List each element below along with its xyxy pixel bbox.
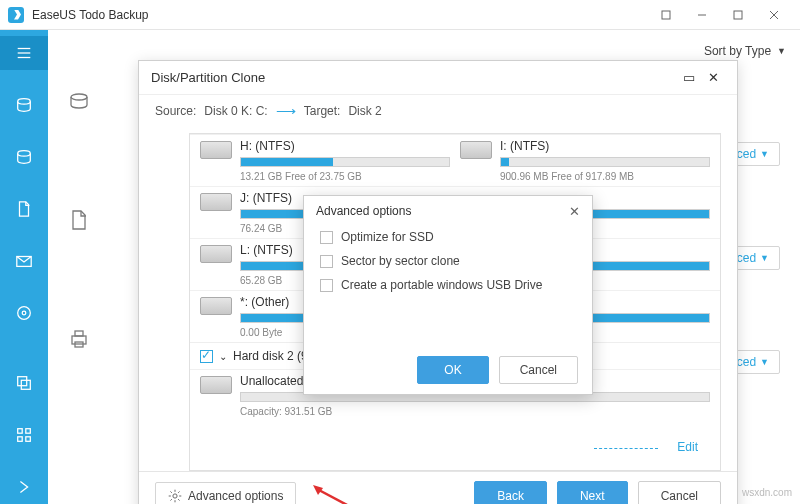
window-maximize-button[interactable]	[720, 1, 756, 29]
nav-sidebar	[0, 30, 48, 504]
dialog-footer: Advanced options Back Next Cancel	[139, 471, 737, 504]
disk-icon	[200, 141, 232, 159]
svg-rect-15	[18, 429, 23, 434]
svg-rect-16	[26, 429, 31, 434]
window-titlebar: EaseUS Todo Backup	[0, 0, 800, 30]
svg-rect-18	[26, 437, 31, 442]
nav-menu-button[interactable]	[0, 36, 48, 70]
dialog-maximize-button[interactable]: ▭	[677, 70, 701, 85]
cancel-button[interactable]: Cancel	[638, 481, 721, 505]
partition-h-meta: 13.21 GB Free of 23.75 GB	[240, 171, 450, 182]
svg-rect-13	[18, 377, 27, 386]
partition-h-bar	[240, 157, 450, 167]
svg-point-8	[18, 99, 31, 104]
svg-point-9	[18, 151, 31, 156]
partition-i-meta: 900.96 MB Free of 917.89 MB	[500, 171, 710, 182]
arrow-right-icon: ⟶	[276, 103, 296, 119]
hd2-checkbox[interactable]	[200, 350, 213, 363]
chevron-down-icon: ⌄	[219, 351, 227, 362]
partition-unalloc-meta: Capacity: 931.51 GB	[240, 406, 710, 417]
category-icons	[68, 90, 92, 352]
svg-rect-14	[21, 380, 30, 389]
svg-rect-17	[18, 437, 23, 442]
dialog-close-button[interactable]: ✕	[701, 70, 725, 85]
checkbox[interactable]	[320, 231, 333, 244]
nav-disk-icon[interactable]	[0, 88, 48, 122]
checkbox[interactable]	[320, 279, 333, 292]
sort-label: Sort by Type	[704, 44, 771, 58]
checkbox[interactable]	[320, 255, 333, 268]
partition-h-name: H: (NTFS)	[240, 139, 450, 153]
dialog-titlebar: Disk/Partition Clone ▭ ✕	[139, 61, 737, 95]
modal-close-button[interactable]: ✕	[569, 204, 580, 219]
modal-title: Advanced options	[316, 204, 411, 218]
category-printer-icon	[68, 328, 92, 352]
source-value: Disk 0 K: C:	[204, 104, 267, 118]
gear-icon	[168, 489, 182, 503]
disk-icon	[200, 193, 232, 211]
option-portable-usb[interactable]: Create a portable windows USB Drive	[320, 278, 576, 292]
modal-ok-button[interactable]: OK	[417, 356, 488, 384]
svg-rect-2	[734, 11, 742, 19]
nav-target-icon[interactable]	[0, 296, 48, 330]
svg-point-23	[173, 493, 177, 497]
watermark-text: wsxdn.com	[742, 487, 792, 498]
edit-link[interactable]: Edit	[677, 440, 698, 454]
next-button[interactable]: Next	[557, 481, 628, 505]
partition-i-bar	[500, 157, 710, 167]
edit-connector-line	[594, 448, 658, 449]
modal-cancel-button[interactable]: Cancel	[499, 356, 578, 384]
app-title: EaseUS Todo Backup	[32, 8, 149, 22]
category-disk-icon	[68, 90, 92, 114]
source-target-row: Source: Disk 0 K: C: ⟶ Target: Disk 2	[139, 95, 737, 127]
nav-apps-icon[interactable]	[0, 418, 48, 452]
svg-point-11	[18, 307, 31, 320]
dialog-title: Disk/Partition Clone	[151, 70, 265, 85]
svg-rect-21	[75, 331, 83, 336]
modal-footer: OK Cancel	[304, 346, 592, 394]
advanced-options-label: Advanced options	[188, 489, 283, 503]
nav-file-icon[interactable]	[0, 192, 48, 226]
nav-disk2-icon[interactable]	[0, 140, 48, 174]
svg-point-19	[71, 94, 87, 100]
svg-rect-20	[72, 336, 86, 344]
option-optimize-ssd[interactable]: Optimize for SSD	[320, 230, 576, 244]
window-minimize-button[interactable]	[684, 1, 720, 29]
nav-copy-icon[interactable]	[0, 366, 48, 400]
source-label: Source:	[155, 104, 196, 118]
main-area: Sort by Type ▼ Advanced▼ Advanced▼ Advan…	[48, 30, 800, 504]
disk-icon	[200, 376, 232, 394]
nav-mail-icon[interactable]	[0, 244, 48, 278]
disk-icon	[200, 297, 232, 315]
modal-header: Advanced options ✕	[304, 196, 592, 226]
window-extra-button[interactable]	[648, 1, 684, 29]
category-file-icon	[68, 209, 92, 233]
modal-body: Optimize for SSD Sector by sector clone …	[304, 226, 592, 346]
app-logo-icon	[8, 7, 24, 23]
advanced-options-button[interactable]: Advanced options	[155, 482, 296, 505]
sort-by-type-dropdown[interactable]: Sort by Type ▼	[704, 44, 786, 58]
window-close-button[interactable]	[756, 1, 792, 29]
partition-i-name: I: (NTFS)	[500, 139, 710, 153]
target-value: Disk 2	[348, 104, 381, 118]
target-label: Target:	[304, 104, 341, 118]
disk-icon	[200, 245, 232, 263]
back-button[interactable]: Back	[474, 481, 547, 505]
caret-down-icon: ▼	[777, 46, 786, 56]
svg-rect-0	[662, 11, 670, 19]
option-sector-clone[interactable]: Sector by sector clone	[320, 254, 576, 268]
nav-arrow-icon[interactable]	[0, 470, 48, 504]
svg-point-12	[22, 311, 26, 315]
disk-icon	[460, 141, 492, 159]
advanced-options-modal: Advanced options ✕ Optimize for SSD Sect…	[303, 195, 593, 395]
